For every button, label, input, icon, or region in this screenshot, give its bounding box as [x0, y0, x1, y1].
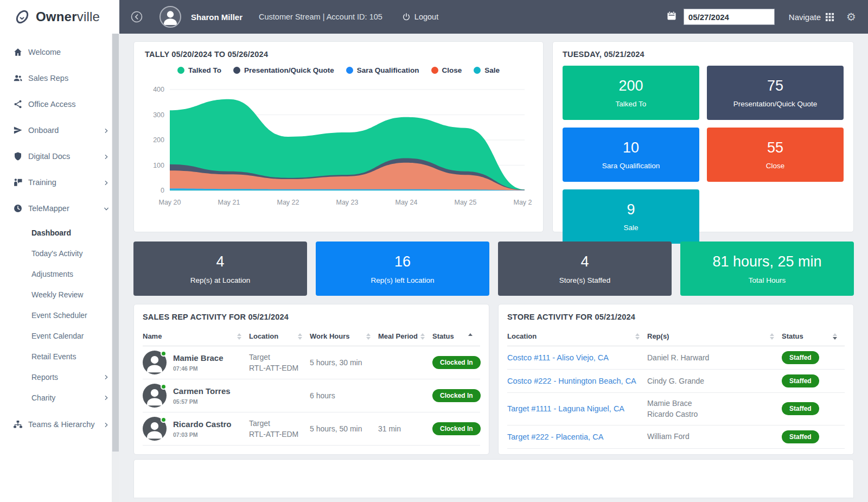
- rep-work-hours: 5 hours, 30 min: [310, 357, 378, 368]
- main-area: Sharon Miller Customer Stream | Account …: [119, 0, 868, 502]
- sidebar-subitem-label: Charity: [31, 393, 55, 402]
- sidebar-item-office-access[interactable]: Office Access: [0, 91, 119, 117]
- rep-name: Ricardo Castro: [173, 420, 232, 429]
- user-name[interactable]: Sharon Miller: [191, 12, 242, 22]
- day-summary-card: TUESDAY, 05/21/2024 200Talked To75Presen…: [552, 41, 854, 232]
- sidebar-nav: WelcomeSales RepsOffice AccessOnboardDig…: [0, 34, 119, 437]
- rep-name: Mamie Brace: [173, 353, 224, 363]
- rep-location: TargetRTL-ATT-EDM: [249, 418, 310, 440]
- legend-label: Sale: [484, 66, 500, 74]
- sort-asc-icon: [635, 333, 640, 336]
- legend-item-sara-qualification[interactable]: Sara Qualification: [346, 66, 419, 74]
- sidebar-subitem-weekly-review[interactable]: Weekly Review: [0, 284, 119, 305]
- svg-text:May 25: May 25: [455, 199, 477, 206]
- brand-name: Ownerville: [36, 9, 100, 24]
- stat-label: Rep(s) left Location: [371, 276, 434, 284]
- column-header-status[interactable]: Status: [782, 332, 845, 340]
- sidebar-item-sales-reps[interactable]: Sales Reps: [0, 65, 119, 91]
- user-avatar[interactable]: [159, 6, 181, 28]
- store-location-link[interactable]: Target #222 - Placentia, CA: [507, 433, 603, 441]
- day-tile-label: Presentation/Quick Quote: [733, 100, 818, 108]
- navigate-button[interactable]: Navigate: [789, 12, 834, 22]
- rep-name-cell: Ricardo Castro07:03 PM: [143, 417, 249, 441]
- rep-name-time: Carmen Torres05:57 PM: [173, 386, 231, 405]
- store-location-link[interactable]: Costco #111 - Aliso Viejo, CA: [507, 353, 609, 362]
- store-location-link[interactable]: Target #1111 - Laguna Niguel, CA: [507, 404, 624, 413]
- svg-text:May 22: May 22: [277, 199, 299, 206]
- svg-text:100: 100: [153, 162, 164, 169]
- chevron-right-icon: [103, 179, 110, 186]
- svg-text:300: 300: [153, 111, 164, 119]
- sort-carets-icon: [366, 333, 371, 340]
- day-tile-sale[interactable]: 9Sale: [563, 189, 699, 244]
- column-header-location[interactable]: Location: [249, 332, 310, 340]
- collapse-sidebar-icon[interactable]: [130, 10, 143, 23]
- column-header-location[interactable]: Location: [507, 332, 647, 340]
- sidebar-item-teams-hierarchy[interactable]: Teams & Hierarchy: [0, 411, 119, 437]
- store-table-body: Costco #111 - Aliso Viejo, CADaniel R. H…: [507, 346, 845, 449]
- column-header-work-hours[interactable]: Work Hours: [310, 332, 378, 340]
- day-tile-presentation-quick-quote[interactable]: 75Presentation/Quick Quote: [707, 66, 844, 120]
- rep-table-body: Mamie Brace07:46 PMTargetRTL-ATT-EDM5 ho…: [143, 346, 480, 446]
- ownerville-logo-icon: [14, 9, 30, 25]
- rep-name-time: Ricardo Castro07:03 PM: [173, 420, 232, 438]
- sidebar-subitem-reports[interactable]: Reports: [0, 367, 119, 387]
- sidebar-subitem-retail-events[interactable]: Retail Events: [0, 346, 119, 367]
- telemapper-icon: [13, 204, 23, 213]
- digital-docs-icon: [13, 151, 23, 161]
- column-header-status[interactable]: Status: [432, 332, 480, 340]
- svg-text:May 24: May 24: [395, 199, 418, 206]
- column-label: Meal Period: [378, 332, 418, 340]
- logout-button[interactable]: Logout: [402, 12, 438, 21]
- sidebar-subitem-label: Event Scheduler: [31, 311, 87, 320]
- sidebar-subitem-dashboard[interactable]: Dashboard: [0, 223, 119, 243]
- column-header-rep-s-[interactable]: Rep(s): [647, 332, 782, 340]
- store-location-link[interactable]: Costco #222 - Huntington Beach, CA: [507, 377, 636, 385]
- column-header-name[interactable]: Name: [143, 332, 249, 340]
- day-tile-close[interactable]: 55Close: [707, 128, 844, 182]
- store-table-row: Costco #111 - Aliso Viejo, CADaniel R. H…: [507, 346, 845, 370]
- sidebar-item-label: Sales Reps: [28, 74, 110, 82]
- calendar-icon[interactable]: [666, 10, 677, 23]
- legend-item-close[interactable]: Close: [431, 66, 462, 74]
- sidebar-item-label: Office Access: [28, 100, 110, 109]
- sidebar-subitem-event-calendar[interactable]: Event Calendar: [0, 326, 119, 346]
- sidebar-item-training[interactable]: Training: [0, 169, 119, 195]
- date-input[interactable]: [684, 9, 775, 25]
- sidebar-subitem-adjustments[interactable]: Adjustments: [0, 264, 119, 284]
- sidebar-item-telemapper[interactable]: TeleMapper: [0, 195, 119, 221]
- brand[interactable]: Ownerville: [0, 0, 119, 34]
- chevron-down-icon: [103, 205, 110, 212]
- legend-label: Sara Qualification: [357, 66, 419, 74]
- sidebar-item-onboard[interactable]: Onboard: [0, 117, 119, 143]
- legend-label: Close: [442, 66, 462, 74]
- sidebar-subitem-today-s-activity[interactable]: Today's Activity: [0, 243, 119, 264]
- store-status-cell: Staffed: [782, 430, 845, 443]
- sidebar-scrollbar-thumb[interactable]: [112, 34, 119, 452]
- legend-item-presentation-quick-quote[interactable]: Presentation/Quick Quote: [233, 66, 334, 74]
- sidebar-item-label: Welcome: [28, 48, 110, 56]
- chevron-right-icon: [103, 394, 110, 401]
- rep-status-cell: Clocked In: [432, 356, 481, 369]
- app-root: Ownerville WelcomeSales RepsOffice Acces…: [0, 0, 868, 502]
- legend-item-talked-to[interactable]: Talked To: [177, 66, 221, 74]
- sort-asc-icon: [770, 333, 774, 336]
- sidebar-item-digital-docs[interactable]: Digital Docs: [0, 143, 119, 169]
- legend-item-sale[interactable]: Sale: [474, 66, 500, 74]
- sort-desc-icon: [770, 337, 774, 340]
- rep-name-cell: Mamie Brace07:46 PM: [143, 351, 249, 374]
- clock-in-time: 07:46 PM: [173, 365, 224, 372]
- day-tile-sara-qualification[interactable]: 10Sara Qualification: [563, 128, 699, 182]
- column-header-meal-period[interactable]: Meal Period: [378, 332, 432, 340]
- gear-icon[interactable]: ⚙: [846, 11, 856, 22]
- avatar: [143, 351, 167, 374]
- sidebar-subitem-event-scheduler[interactable]: Event Scheduler: [0, 305, 119, 326]
- rep-table-row: Mamie Brace07:46 PMTargetRTL-ATT-EDM5 ho…: [143, 346, 480, 379]
- day-tile-talked-to[interactable]: 200Talked To: [563, 66, 699, 120]
- sidebar-item-welcome[interactable]: Welcome: [0, 39, 119, 65]
- power-icon: [402, 12, 411, 21]
- sidebar-subitem-charity[interactable]: Charity: [0, 387, 119, 408]
- topbar-right: Navigate ⚙: [666, 9, 868, 25]
- sidebar-subitem-label: Event Calendar: [31, 332, 84, 340]
- rep-name-cell: Carmen Torres05:57 PM: [143, 384, 249, 408]
